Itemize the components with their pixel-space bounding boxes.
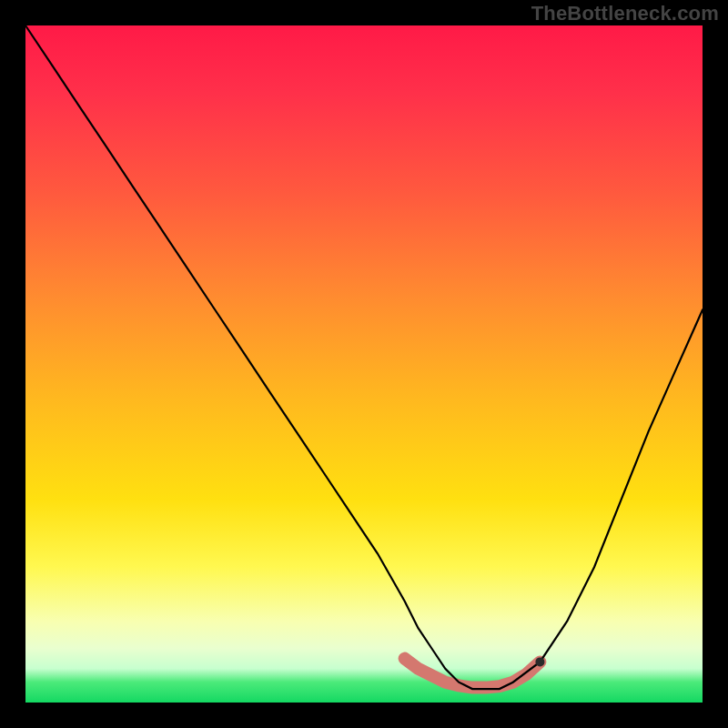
current-point-marker — [535, 657, 544, 666]
optimal-range-band — [405, 659, 541, 688]
watermark-text: TheBottleneck.com — [531, 2, 719, 25]
chart-frame: TheBottleneck.com — [0, 0, 728, 728]
bottleneck-curve — [25, 25, 703, 689]
curve-svg — [25, 25, 703, 703]
plot-area — [25, 25, 703, 703]
